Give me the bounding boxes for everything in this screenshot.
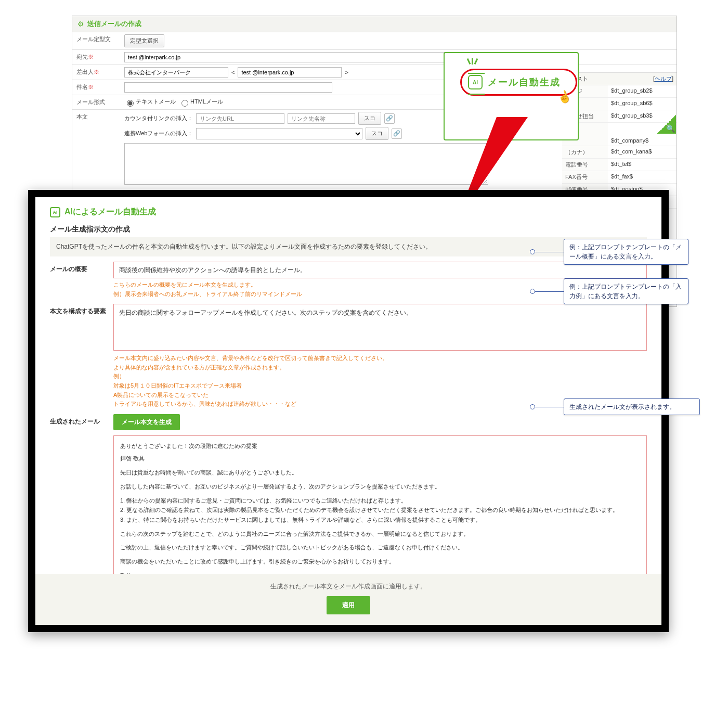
generate-button[interactable]: メール本文を生成 [113,414,180,430]
sparkle-icon [468,58,477,65]
variable-row[interactable]: $dt_company$ [562,135,677,146]
body-textarea[interactable] [124,143,488,185]
apply-button[interactable]: 適用 [327,596,370,614]
label-body: 本文 [72,110,120,188]
webform-select[interactable] [196,128,362,139]
link-icon-2[interactable]: 🔗 [392,128,402,139]
required-mark: ※ [88,54,94,60]
variable-row[interactable]: ーム$dt_group_sb6$ [562,98,677,110]
section-heading: メール生成指示文の作成 [50,225,647,234]
generated-subject: ありがとうございました！次の段階に進むための提案 [120,441,640,451]
gear-icon: ⚙ [77,20,84,28]
variable-row[interactable]: 電話番号$dt_tel$ [562,159,677,171]
subject-input[interactable] [124,82,332,93]
variable-row[interactable]: テージ$dt_group_sb2$ [562,85,677,98]
ai-panel-title: AI AIによるメール自動生成 [50,207,647,217]
variable-row[interactable]: FAX番号$dt_fax$ [562,171,677,184]
format-html-radio[interactable]: HTMLメール [179,98,223,106]
zoom-icon[interactable]: 🔍 [657,115,676,134]
compose-header: ⚙ 送信メールの作成 [72,16,677,32]
help-link[interactable]: ヘルプ [655,75,672,82]
label-to: 宛先 [76,54,88,60]
var-value: $dt_group_sb6$ [608,98,677,110]
callout-generated: 生成されたメール文が表示されます。 [564,398,700,415]
callout-summary: 例：上記プロンプトテンプレートの「メール概要」にある文言を入力。 [564,239,688,265]
ai-chip-icon: AI [468,75,483,89]
elements-textarea[interactable] [113,304,647,351]
label-from: 差出人 [76,69,94,75]
compose-title: 送信メールの作成 [87,19,141,29]
var-value: $dt_com_kana$ [608,146,677,158]
score-button[interactable]: スコ [358,112,381,125]
summary-hint-2: 例）展示会来場者へのお礼メール、トライアル終了前のリマインドメール [113,291,302,297]
var-key: 電話番号 [562,159,608,171]
select-template-button[interactable]: 定型文選択 [124,34,164,47]
score-button-2[interactable]: スコ [366,127,388,140]
from-email-input[interactable] [238,67,342,78]
variable-list: ーリスト [ヘルプ] テージ$dt_group_sb2$ーム$dt_group_… [562,72,677,209]
label-summary: メールの概要 [50,262,113,299]
link-name-input[interactable] [288,113,355,124]
var-value: $dt_tel$ [608,159,677,171]
var-key: （カナ） [562,146,608,158]
counter-link-label: カウンタ付リンクの挿入： [124,114,193,122]
apply-bar: 生成されたメール本文をメール作成画面に適用します。 適用 [35,574,661,625]
to-input[interactable] [124,52,483,62]
var-value: $dt_fax$ [608,171,677,183]
callout-elements: 例：上記プロンプトテンプレートの「入力例」にある文言を入力。 [564,278,688,304]
var-key: FAX番号 [562,171,608,183]
label-template: メール定型文 [72,32,120,49]
var-value: $dt_group_sb2$ [608,85,677,97]
ai-generate-label: メール自動生成 [488,76,561,88]
var-value: $dt_company$ [608,135,677,146]
section-description: ChatGPTを使ったメールの件名と本文の自動生成を行います。以下の設定よりメー… [50,237,647,256]
ai-generate-callout: AI メール自動生成 ☝ [444,52,579,140]
link-icon[interactable]: 🔗 [384,113,395,124]
format-text-radio[interactable]: テキストメール [124,98,176,106]
from-name-input[interactable] [124,67,228,78]
label-elements: 本文を構成する要素 [50,304,113,409]
variable-row[interactable]: （カナ）$dt_com_kana$ [562,146,677,159]
summary-hint-1: こちらのメールの概要を元にメール本文を生成します。 [113,281,256,288]
label-format: メール形式 [72,95,120,109]
ai-chip-icon-small: AI [50,207,60,217]
label-subject: 件名 [76,84,88,90]
link-url-input[interactable] [196,113,284,124]
apply-note: 生成されたメール本文をメール作成画面に適用します。 [35,582,661,591]
webform-label: 連携Webフォームの挿入： [124,130,193,137]
